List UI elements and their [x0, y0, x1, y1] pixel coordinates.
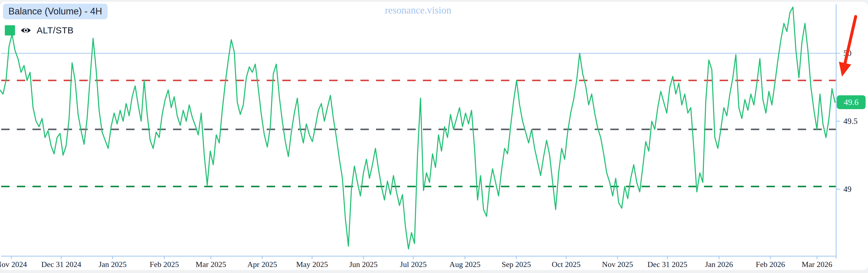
watermark: resonance.vision	[385, 5, 452, 16]
x-tick-label: Jan 2026	[705, 260, 733, 269]
series-name: ALT/STB	[37, 25, 73, 35]
x-axis[interactable]: Nov 2024Dec 31 2024Jan 2025Feb 2025Mar 2…	[0, 256, 836, 269]
x-tick-label: Feb 2025	[150, 260, 179, 269]
x-tick-label: Mar 2026	[802, 260, 832, 269]
x-tick-label: May 2025	[296, 260, 328, 269]
x-tick-label: Aug 2025	[449, 260, 480, 269]
eye-icon[interactable]	[21, 26, 31, 34]
series-color-swatch[interactable]	[5, 25, 15, 35]
y-axis[interactable]: 5049.549	[836, 4, 858, 258]
x-tick-label: Dec 31 2024	[41, 260, 82, 269]
x-tick-label: Apr 2025	[247, 260, 277, 269]
red-arrow-icon	[843, 17, 856, 73]
annotation-arrow	[843, 17, 856, 73]
chart-title: Balance (Volume) - 4H	[8, 6, 102, 17]
x-tick-label: Feb 2026	[756, 260, 785, 269]
x-tick-label: Sep 2025	[502, 260, 531, 269]
series-line-group	[0, 7, 838, 249]
x-tick-label: Oct 2025	[552, 260, 581, 269]
legend: ALT/STB	[5, 25, 73, 36]
reference-lines	[1, 53, 836, 186]
x-tick-label: Mar 2025	[195, 260, 226, 269]
x-tick-label: Nov 2025	[602, 260, 633, 269]
price-chart[interactable]: Nov 2024Dec 31 2024Jan 2025Feb 2025Mar 2…	[0, 0, 868, 273]
y-tick-label: 49	[843, 185, 851, 194]
x-tick-label: Jun 2025	[349, 260, 378, 269]
last-price-label: 49.6	[844, 98, 859, 107]
x-tick-label: Jul 2025	[400, 260, 427, 269]
y-tick-label: 49.5	[843, 117, 858, 126]
x-tick-label: Dec 31 2025	[648, 260, 687, 269]
x-tick-label: Nov 2024	[0, 260, 27, 269]
series-line-ALT/STB[interactable]	[0, 7, 835, 249]
x-tick-label: Jan 2025	[98, 260, 126, 269]
last-price-badge: 49.6	[837, 95, 866, 109]
chart-title-badge: Balance (Volume) - 4H	[3, 4, 107, 19]
